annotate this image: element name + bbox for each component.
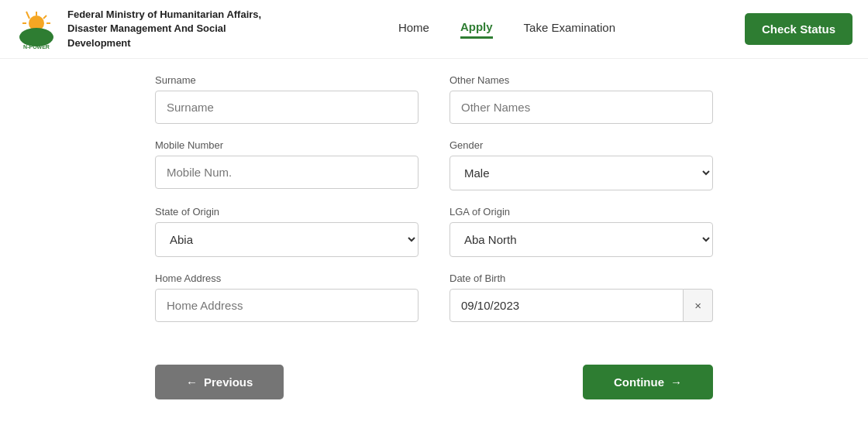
- address-group: Home Address: [155, 272, 418, 322]
- mobile-label: Mobile Number: [155, 139, 418, 151]
- surname-group: Surname: [155, 74, 418, 124]
- continue-button[interactable]: Continue →: [583, 365, 713, 399]
- previous-label: Previous: [204, 375, 253, 389]
- logo-icon: N-POWER: [16, 8, 58, 50]
- surname-label: Surname: [155, 74, 418, 86]
- lga-group: LGA of Origin Aba North Aba South Arochu…: [450, 206, 713, 257]
- lga-select[interactable]: Aba North Aba South Arochukwu: [450, 222, 713, 257]
- nav-apply[interactable]: Apply: [460, 20, 493, 39]
- org-name: Federal Ministry of Humanitarian Affairs…: [67, 8, 269, 50]
- svg-line-2: [43, 15, 46, 19]
- form-row-4: Home Address Date of Birth ×: [155, 272, 713, 322]
- other-names-label: Other Names: [450, 74, 713, 86]
- form-row-2: Mobile Number Gender Male Female: [155, 139, 713, 190]
- mobile-group: Mobile Number: [155, 139, 418, 190]
- check-status-button[interactable]: Check Status: [745, 13, 852, 45]
- nav-home[interactable]: Home: [398, 21, 429, 37]
- dob-label: Date of Birth: [450, 272, 713, 284]
- nav-take-examination[interactable]: Take Examination: [524, 21, 615, 37]
- arrow-right-icon: →: [670, 375, 682, 389]
- form-row-1: Surname Other Names: [155, 74, 713, 124]
- svg-text:N-POWER: N-POWER: [23, 44, 50, 50]
- gender-label: Gender: [450, 139, 713, 151]
- state-group: State of Origin Abia Adamawa Akwa Ibom A…: [155, 206, 418, 257]
- dob-clear-button[interactable]: ×: [684, 289, 713, 322]
- mobile-input[interactable]: [155, 156, 418, 189]
- state-label: State of Origin: [155, 206, 418, 218]
- lga-label: LGA of Origin: [450, 206, 713, 218]
- address-input[interactable]: [155, 289, 418, 322]
- form-footer: ← Previous Continue →: [0, 353, 868, 411]
- address-label: Home Address: [155, 272, 418, 284]
- dob-group: Date of Birth ×: [450, 272, 713, 322]
- continue-label: Continue: [614, 375, 664, 389]
- gender-select[interactable]: Male Female: [450, 156, 713, 190]
- gender-group: Gender Male Female: [450, 139, 713, 190]
- header: N-POWER Federal Ministry of Humanitarian…: [0, 0, 868, 59]
- previous-button[interactable]: ← Previous: [155, 365, 284, 399]
- svg-line-4: [26, 12, 29, 19]
- other-names-input[interactable]: [450, 91, 713, 124]
- surname-input[interactable]: [155, 91, 418, 124]
- form-row-3: State of Origin Abia Adamawa Akwa Ibom A…: [155, 206, 713, 257]
- state-select[interactable]: Abia Adamawa Akwa Ibom Anambra Bauchi: [155, 222, 418, 257]
- header-left: N-POWER Federal Ministry of Humanitarian…: [16, 8, 269, 50]
- main-nav: Home Apply Take Examination: [398, 20, 615, 39]
- other-names-group: Other Names: [450, 74, 713, 124]
- form-container: Surname Other Names Mobile Number Gender…: [0, 59, 868, 353]
- arrow-left-icon: ←: [186, 375, 198, 389]
- dob-input[interactable]: [450, 289, 684, 322]
- dob-input-group: ×: [450, 289, 713, 322]
